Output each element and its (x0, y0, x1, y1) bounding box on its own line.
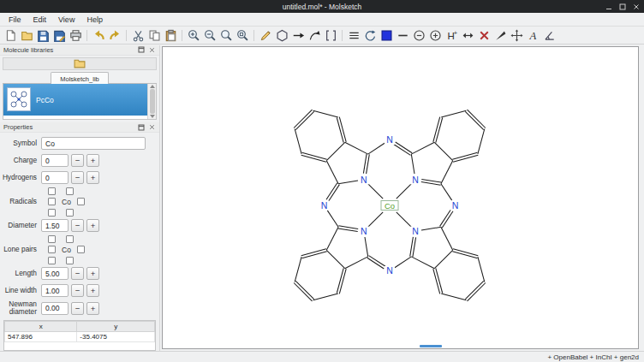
radicals-checkbox[interactable] (66, 187, 74, 195)
radicals-checkbox[interactable] (48, 187, 56, 195)
charge-decrement-button[interactable]: − (71, 154, 84, 167)
properties-close-button[interactable] (147, 123, 156, 132)
menu-view[interactable]: View (52, 15, 80, 25)
paste-button[interactable] (163, 27, 178, 43)
horizontal-scrollbar-thumb[interactable] (420, 345, 442, 347)
atom-label-N[interactable]: N (361, 226, 367, 236)
atom-label-N[interactable]: N (386, 265, 393, 276)
reaction-arrow-button[interactable] (290, 27, 306, 43)
menu-help[interactable]: Help (80, 15, 109, 25)
library-close-button[interactable] (147, 45, 156, 54)
draw-tool-button[interactable] (258, 27, 273, 43)
hydrogens-value[interactable]: 0 (41, 171, 69, 184)
drawing-canvas[interactable]: CoNNNNNNNN (162, 46, 639, 349)
diameter-increment-button[interactable]: + (86, 219, 99, 232)
new-button[interactable] (3, 27, 18, 43)
library-tab[interactable]: Molsketch_lib (51, 72, 108, 84)
text-tool-button[interactable]: A (525, 27, 540, 43)
bond-order-button[interactable] (346, 27, 361, 43)
length-increment-button[interactable]: + (86, 267, 99, 280)
open-library-button[interactable] (74, 58, 86, 68)
delete-button[interactable] (476, 27, 492, 43)
open-button[interactable] (19, 27, 34, 43)
maximize-button[interactable] (618, 3, 626, 10)
library-item[interactable]: PcCo (3, 84, 147, 116)
hydrogens-decrement-button[interactable]: − (71, 171, 84, 184)
newman-diameter-increment-button[interactable]: + (86, 302, 99, 315)
save-button[interactable] (35, 27, 51, 43)
zoom-in-button[interactable] (186, 27, 201, 43)
charge-minus-button[interactable] (411, 27, 426, 43)
atom-label-N[interactable]: N (452, 200, 459, 211)
charge-plus-button[interactable] (427, 27, 443, 43)
atom-label-N[interactable]: N (412, 226, 419, 236)
scroll-down-icon[interactable] (150, 115, 155, 118)
length-value[interactable]: 5.00 (41, 267, 69, 280)
wedge-bond-button[interactable] (492, 27, 508, 43)
zoom-out-button[interactable] (202, 27, 218, 43)
lone-pairs-checkbox[interactable] (77, 246, 85, 253)
radicals-checkbox[interactable] (48, 209, 56, 217)
library-float-button[interactable] (137, 45, 146, 54)
menu-file[interactable]: File (3, 15, 27, 25)
hydrogens-increment-button[interactable]: + (86, 171, 99, 184)
scroll-up-icon[interactable] (150, 85, 155, 88)
atom-label-Co[interactable]: Co (385, 201, 395, 211)
atom-label-N[interactable]: N (321, 200, 328, 211)
minimize-button[interactable] (605, 3, 612, 10)
print-button[interactable] (68, 27, 83, 43)
line-width-increment-button[interactable]: + (86, 284, 99, 297)
undo-button[interactable] (91, 27, 106, 43)
cut-button[interactable] (130, 27, 146, 43)
zoom-fit-button[interactable] (235, 27, 250, 43)
newman-diameter-label: Newman diameter (2, 300, 41, 317)
coordinates-table[interactable]: xy547.896-35.4075 (3, 320, 156, 351)
library-list[interactable]: PcCo (3, 84, 157, 120)
charge-value[interactable]: 0 (41, 154, 69, 167)
radicals-checkbox[interactable] (48, 198, 56, 205)
lone-pairs-checkbox[interactable] (66, 235, 74, 243)
lone-pairs-checkbox[interactable] (48, 235, 56, 243)
menu-edit[interactable]: Edit (27, 15, 53, 25)
rotate-tool-button[interactable] (362, 27, 378, 43)
charge-increment-button[interactable]: + (86, 154, 99, 167)
atom-label-N[interactable]: N (412, 175, 419, 185)
library-scrollbar[interactable] (147, 84, 156, 119)
close-button[interactable] (632, 3, 640, 10)
lone-pairs-checkbox[interactable] (48, 246, 56, 253)
coord-cell[interactable]: -35.4075 (77, 332, 155, 342)
properties-float-button[interactable] (137, 123, 146, 132)
atom-label-N[interactable]: N (386, 134, 393, 145)
move-button[interactable] (509, 27, 524, 43)
atom-label-N[interactable]: N (361, 175, 367, 185)
line-width-decrement-button[interactable]: − (71, 284, 84, 297)
length-decrement-button[interactable]: − (71, 267, 84, 280)
line-width-value[interactable]: 1.00 (41, 284, 69, 297)
lone-pairs-checkbox[interactable] (48, 257, 56, 264)
coord-row[interactable]: 547.896-35.4075 (5, 332, 155, 342)
molecule-drawing[interactable]: CoNNNNNNNN (163, 47, 639, 349)
color-button[interactable] (379, 27, 394, 43)
flip-button[interactable] (460, 27, 475, 43)
angle-button[interactable] (541, 27, 557, 43)
newman-diameter-value[interactable]: 0.00 (41, 302, 69, 315)
hydrogen-button[interactable]: H+ (444, 27, 459, 43)
title-bar[interactable]: untitled.mol* - Molsketch (0, 0, 644, 13)
redo-button[interactable] (107, 27, 122, 43)
scrollbar-thumb[interactable] (150, 89, 155, 114)
frame-tool-button[interactable] (323, 27, 338, 43)
symbol-input[interactable]: Co (41, 137, 146, 150)
single-bond-button[interactable] (395, 27, 410, 43)
ring-tool-button[interactable] (274, 27, 289, 43)
save-as-button[interactable] (51, 27, 67, 43)
diameter-decrement-button[interactable]: − (71, 219, 84, 232)
zoom-original-button[interactable] (218, 27, 234, 43)
mechanism-arrow-button[interactable] (307, 27, 322, 43)
radicals-checkbox[interactable] (77, 198, 85, 205)
radicals-checkbox[interactable] (66, 209, 74, 217)
copy-button[interactable] (146, 27, 162, 43)
newman-diameter-decrement-button[interactable]: − (71, 302, 84, 315)
diameter-value[interactable]: 1.50 (41, 219, 69, 232)
coord-cell[interactable]: 547.896 (5, 332, 77, 342)
lone-pairs-checkbox[interactable] (66, 257, 74, 264)
